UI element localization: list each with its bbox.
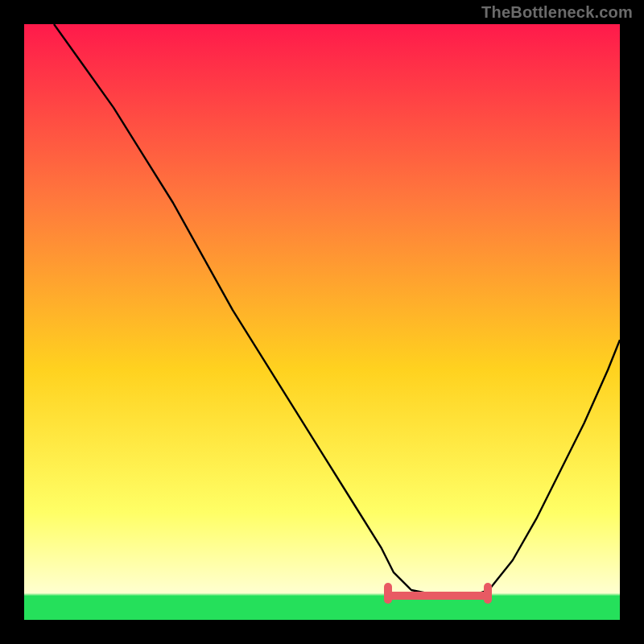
chart-svg [24,24,620,620]
accent-range-bar [387,592,489,600]
attribution-text: TheBottleneck.com [481,3,633,22]
accent-cap-right [484,583,492,604]
accent-cap-left [384,583,392,604]
chart-frame [24,24,620,620]
bottom-green-band [24,597,620,620]
